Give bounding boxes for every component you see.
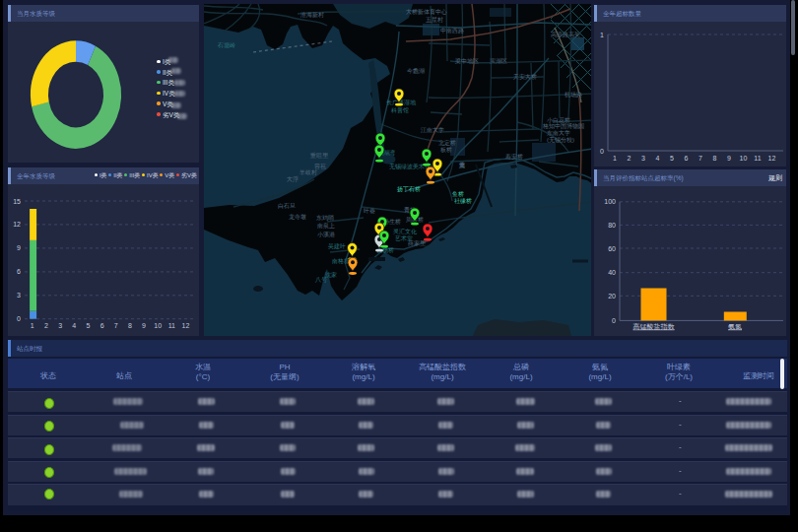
svg-text:40: 40 [608, 269, 616, 276]
svg-text:100: 100 [604, 198, 616, 205]
svg-text:12: 12 [13, 221, 21, 228]
svg-text:八号: 八号 [315, 277, 327, 283]
svg-text:梁中地区: 梁中地区 [455, 57, 479, 64]
svg-text:羊岐村: 羊岐村 [299, 169, 317, 176]
svg-text:大桥新体育中心: 大桥新体育中心 [406, 8, 447, 15]
svg-text:5: 5 [86, 322, 90, 329]
svg-text:1: 1 [600, 32, 604, 38]
svg-text:高锰酸盐指数: 高锰酸盐指数 [633, 323, 676, 331]
svg-text:大浮: 大浮 [287, 175, 299, 182]
svg-text:南泉上: 南泉上 [317, 223, 335, 229]
svg-text:五星村: 五星村 [426, 17, 443, 24]
svg-text:0: 0 [612, 317, 616, 324]
svg-text:4: 4 [72, 322, 76, 329]
svg-text:南格塘: 南格塘 [332, 257, 350, 265]
svg-text:高浪路高架: 高浪路高架 [551, 31, 580, 38]
svg-text:9: 9 [727, 155, 731, 162]
svg-text:北定桥: 北定桥 [438, 139, 456, 147]
svg-text:东鸡哨: 东鸡哨 [316, 214, 334, 221]
svg-text:10: 10 [154, 322, 162, 329]
svg-text:重咀里: 重咀里 [309, 152, 329, 159]
svg-text:东南大学: 东南大学 [547, 129, 570, 136]
svg-text:鱼桥: 鱼桥 [452, 191, 464, 197]
svg-text:6: 6 [685, 155, 689, 162]
svg-text:中南西路: 中南西路 [440, 28, 464, 34]
svg-text:4: 4 [656, 155, 660, 162]
svg-text:6: 6 [100, 322, 104, 329]
svg-text:8: 8 [713, 155, 717, 162]
svg-text:立信大道: 立信大道 [459, 162, 465, 168]
svg-text:11: 11 [168, 322, 175, 329]
svg-text:机场路: 机场路 [565, 92, 582, 99]
svg-text:淮海新村: 淮海新村 [300, 11, 324, 19]
svg-text:板桥: 板桥 [439, 147, 452, 153]
svg-text:石塘岭: 石塘岭 [217, 41, 235, 49]
svg-text:2: 2 [44, 322, 48, 329]
svg-text:15: 15 [13, 198, 21, 205]
svg-text:6: 6 [17, 268, 21, 275]
svg-text:小溪港: 小溪港 [317, 231, 335, 238]
svg-text:江南大学: 江南大学 [421, 126, 444, 133]
svg-text:12: 12 [182, 322, 190, 329]
svg-text:5: 5 [670, 155, 674, 162]
svg-text:7: 7 [114, 322, 118, 329]
svg-text:吴建叶: 吴建叶 [328, 243, 346, 250]
svg-text:8: 8 [128, 322, 132, 329]
svg-text:2: 2 [628, 155, 632, 162]
svg-text:11: 11 [754, 155, 761, 162]
svg-text:60: 60 [608, 245, 616, 252]
svg-text:80: 80 [608, 222, 616, 229]
svg-text:3: 3 [58, 322, 62, 329]
svg-text:白石旦: 白石旦 [278, 202, 296, 210]
svg-text:天安大桥: 天安大桥 [513, 73, 537, 80]
svg-text:9: 9 [17, 244, 21, 251]
svg-text:叶巷: 叶巷 [364, 208, 375, 214]
svg-text:0: 0 [17, 315, 21, 322]
svg-text:(无锡分校): (无锡分校) [547, 136, 574, 144]
svg-text:艺术堂: 艺术堂 [395, 234, 413, 241]
svg-text:龙寺墩: 龙寺墩 [289, 214, 306, 221]
svg-text:寿安桥: 寿安桥 [504, 153, 523, 160]
svg-text:20: 20 [608, 293, 616, 299]
svg-text:氨氮: 氨氮 [728, 323, 742, 331]
svg-text:0: 0 [600, 148, 604, 155]
svg-text:9: 9 [142, 322, 146, 329]
svg-text:科普馆: 科普馆 [391, 106, 409, 114]
svg-text:滨湖区: 滨湖区 [490, 57, 507, 64]
svg-text:12: 12 [768, 155, 776, 162]
svg-text:格知中国博物园: 格知中国博物园 [542, 122, 584, 130]
svg-text:扬丁石桥: 扬丁石桥 [397, 185, 421, 193]
svg-text:1: 1 [31, 322, 34, 329]
svg-text:10: 10 [740, 155, 748, 162]
svg-text:1: 1 [613, 155, 617, 162]
svg-text:3: 3 [17, 292, 21, 299]
svg-text:3: 3 [641, 155, 645, 162]
svg-text:社缘桥: 社缘桥 [454, 198, 472, 204]
svg-text:7: 7 [698, 155, 702, 162]
svg-text:今蠡湖: 今蠡湖 [407, 67, 425, 74]
svg-text:灵汇文化: 灵汇文化 [393, 228, 417, 235]
